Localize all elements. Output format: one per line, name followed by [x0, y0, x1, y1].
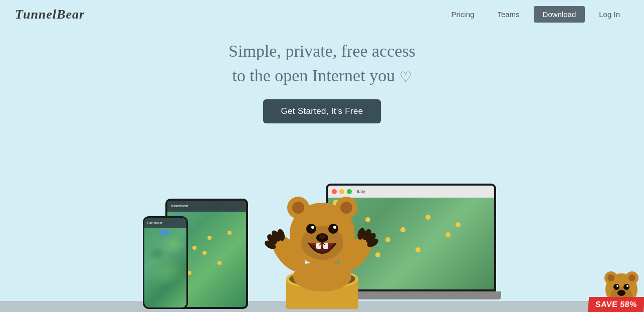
svg-point-21: [306, 224, 316, 234]
tablet-app-name: TunnelBear: [170, 204, 188, 208]
save-badge[interactable]: SAVE 58%: [588, 297, 644, 312]
navigation: Pricing Teams Download Log In: [443, 6, 629, 23]
svg-point-34: [446, 232, 451, 237]
svg-point-32: [400, 227, 405, 232]
map-dot: [202, 251, 206, 255]
map-dot: [218, 261, 222, 265]
svg-point-38: [456, 222, 461, 227]
svg-point-36: [415, 247, 420, 252]
svg-point-23: [311, 226, 314, 229]
svg-point-17: [292, 202, 304, 214]
hero-section: Simple, private, free access to the open…: [0, 29, 644, 309]
nav-login[interactable]: Log In: [590, 6, 629, 23]
svg-point-19: [340, 202, 352, 214]
map-dot: [207, 236, 211, 240]
phone-app-name: TunnelBear: [147, 221, 162, 224]
svg-point-42: [607, 274, 614, 281]
tablet-header: TunnelBear: [167, 201, 246, 212]
map-dot: [187, 271, 191, 275]
get-started-button[interactable]: Get Started, It's Free: [263, 99, 381, 123]
svg-point-26: [319, 235, 326, 239]
phone-toggle: [159, 230, 169, 235]
nav-pricing[interactable]: Pricing: [443, 6, 484, 23]
svg-point-47: [623, 284, 629, 290]
map-dot: [228, 231, 232, 235]
svg-point-48: [616, 285, 618, 287]
svg-point-24: [333, 226, 336, 229]
svg-point-22: [328, 224, 338, 234]
svg-point-44: [628, 274, 635, 281]
svg-point-50: [617, 290, 625, 296]
bear-svg: [262, 164, 382, 309]
nav-download[interactable]: Download: [534, 6, 585, 23]
bear-illustration: [262, 164, 382, 309]
hero-illustration: TunnelBear TunnelBear: [0, 138, 644, 309]
heart-icon: ♡: [399, 67, 412, 88]
hero-title: Simple, private, free access to the open…: [229, 39, 415, 88]
logo: TunnelBear: [15, 7, 85, 22]
phone-device: TunnelBear: [143, 216, 188, 309]
map-dot: [192, 246, 196, 250]
svg-point-33: [425, 215, 431, 220]
phone-screen: TunnelBear: [144, 218, 186, 307]
nav-teams[interactable]: Teams: [488, 6, 528, 23]
svg-point-35: [385, 237, 390, 242]
phone-header: TunnelBear: [144, 218, 186, 228]
svg-point-46: [613, 284, 619, 290]
svg-point-49: [626, 285, 628, 287]
header: TunnelBear Pricing Teams Download Log In: [0, 0, 644, 29]
